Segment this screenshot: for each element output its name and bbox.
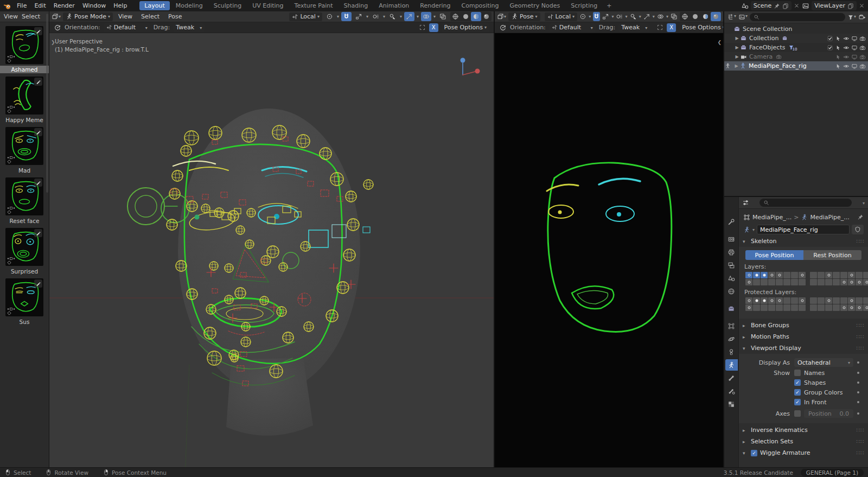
- checkbox-shapes[interactable]: ✓: [794, 379, 801, 386]
- camera-toggle-icon[interactable]: [859, 54, 866, 60]
- layer-toggle[interactable]: [840, 304, 847, 311]
- layer-toggle[interactable]: [761, 304, 768, 311]
- viewport-main[interactable]: ▾ Pose Mode▾ ViewSelectPose Local▾ ▾ ▾ ▾…: [49, 11, 494, 467]
- pose-thumbnail[interactable]: [5, 77, 43, 115]
- shading-material-button[interactable]: [700, 12, 711, 21]
- pose-asset-item[interactable]: Happy Meme: [0, 77, 49, 124]
- expand-arrow[interactable]: ▶: [734, 54, 740, 59]
- shading-rendered-button[interactable]: [711, 12, 721, 21]
- sidebar-expand-icon[interactable]: ❮: [717, 40, 722, 45]
- layer-toggle[interactable]: [799, 279, 806, 285]
- layer-toggle[interactable]: [818, 279, 825, 285]
- layer-toggle[interactable]: [848, 297, 855, 304]
- layer-toggle[interactable]: [753, 279, 760, 285]
- shading-solid-button[interactable]: [461, 12, 471, 21]
- gizmo-toggle[interactable]: [643, 12, 650, 21]
- datablock-name-field[interactable]: MediaPipe_Face_rig: [757, 225, 850, 234]
- properties-tab-view-layer[interactable]: [725, 259, 738, 271]
- layer-toggle[interactable]: [783, 297, 790, 304]
- shading-wireframe-button[interactable]: [680, 12, 690, 21]
- new-collection-button[interactable]: [858, 14, 865, 21]
- cursor-toggle-icon[interactable]: [835, 54, 841, 60]
- drag-value-dropdown[interactable]: Tweak▾: [618, 23, 650, 32]
- pivot-dropdown[interactable]: [324, 12, 335, 21]
- layer-toggle[interactable]: [825, 297, 832, 304]
- menu-view[interactable]: View: [2, 12, 20, 21]
- layer-toggle[interactable]: [863, 297, 868, 304]
- layer-toggle[interactable]: [810, 279, 817, 285]
- close-icon[interactable]: [859, 3, 865, 9]
- layer-toggle[interactable]: [833, 304, 840, 311]
- properties-tab-output[interactable]: [725, 246, 738, 258]
- visibility-toggle[interactable]: [387, 12, 398, 21]
- edit-pose-icon[interactable]: [34, 27, 42, 35]
- cursor-toggle-icon[interactable]: [835, 35, 841, 42]
- shading-wireframe-button[interactable]: [450, 12, 461, 21]
- outliner-row-mediapipe-face-rig[interactable]: ▶ MediaPipe_Face_rig: [724, 61, 868, 71]
- panel-bone-groups[interactable]: ▸Bone Groups∷∷: [739, 320, 868, 331]
- eye-toggle-icon[interactable]: [843, 44, 850, 51]
- viewlayer-selector[interactable]: ViewLayer: [812, 1, 857, 10]
- proportional-edit-dropdown[interactable]: [616, 12, 623, 21]
- workspace-tab-scripting[interactable]: Scripting: [566, 1, 602, 10]
- outliner-row-collection[interactable]: ▶ Collection: [724, 34, 868, 43]
- pose-thumbnail[interactable]: [5, 228, 43, 266]
- display-mode-dropdown[interactable]: ▾: [738, 14, 748, 21]
- active-tool-icon[interactable]: [499, 24, 507, 31]
- layer-toggle[interactable]: [833, 297, 840, 304]
- snap-toggle[interactable]: [341, 12, 352, 21]
- layer-toggle[interactable]: [799, 297, 806, 304]
- breadcrumb-data[interactable]: MediaPipe_...: [810, 214, 849, 221]
- orientation-value-dropdown[interactable]: Default▾: [104, 23, 150, 32]
- layer-toggle[interactable]: [768, 279, 775, 285]
- active-tool-icon[interactable]: [54, 24, 61, 31]
- cursor-toggle-icon[interactable]: [835, 63, 841, 69]
- visibility-toggle[interactable]: [630, 12, 637, 21]
- fake-user-shield-button[interactable]: [852, 225, 864, 234]
- menu-window[interactable]: Window: [79, 1, 110, 10]
- layer-toggle[interactable]: [745, 279, 752, 285]
- layer-toggle[interactable]: [791, 279, 798, 285]
- layer-toggle[interactable]: [776, 279, 783, 285]
- edit-pose-icon[interactable]: [34, 179, 42, 187]
- layer-toggle[interactable]: [818, 297, 825, 304]
- gizmo-toggle[interactable]: [404, 12, 414, 21]
- cursor-toggle-icon[interactable]: [835, 44, 841, 51]
- layer-toggle[interactable]: [863, 304, 868, 311]
- outliner-row-camera[interactable]: ▶ Camera: [724, 52, 868, 61]
- wiggle-armature-checkbox[interactable]: ✓: [751, 450, 757, 456]
- menu-help[interactable]: Help: [110, 1, 131, 10]
- layer-toggle[interactable]: [783, 272, 790, 278]
- layer-toggle[interactable]: [791, 272, 798, 278]
- edit-pose-icon[interactable]: [34, 229, 42, 237]
- screen-toggle-icon[interactable]: [851, 63, 858, 69]
- layer-toggle[interactable]: [856, 304, 863, 311]
- axes-position-field[interactable]: Position 0.0: [804, 409, 853, 418]
- workspace-tab-sculpting[interactable]: Sculpting: [209, 1, 246, 10]
- layer-toggle[interactable]: [848, 304, 855, 311]
- layer-toggle[interactable]: [863, 272, 868, 278]
- layer-toggle[interactable]: [825, 272, 832, 278]
- expand-arrow[interactable]: ▶: [734, 45, 740, 50]
- panel-motion-paths[interactable]: ▸Motion Paths∷∷: [739, 331, 868, 342]
- layer-toggle[interactable]: [818, 272, 825, 278]
- layer-toggle[interactable]: [848, 272, 855, 278]
- axes-checkbox[interactable]: [794, 410, 801, 417]
- pose-asset-item[interactable]: Mad: [0, 127, 49, 174]
- layer-toggle[interactable]: [768, 297, 775, 304]
- camera-toggle-icon[interactable]: [859, 63, 866, 69]
- panel-wiggle-armature[interactable]: ▾ ✓ Wiggle Armature ∷∷: [739, 447, 868, 459]
- eye-toggle-icon[interactable]: [843, 63, 850, 69]
- layer-toggle[interactable]: [791, 297, 798, 304]
- close-icon[interactable]: [794, 3, 800, 9]
- proportional-edit-dropdown[interactable]: [371, 12, 381, 21]
- chevron-down-icon[interactable]: ▾: [863, 199, 865, 206]
- properties-tab-render[interactable]: [725, 233, 738, 245]
- layer-toggle[interactable]: [776, 297, 783, 304]
- properties-tab-bone-constraint[interactable]: [725, 385, 738, 397]
- layer-toggle[interactable]: [856, 279, 863, 285]
- layer-toggle[interactable]: [810, 272, 817, 278]
- pose-asset-item[interactable]: Ashamed: [0, 26, 49, 73]
- checkbox-names[interactable]: [794, 370, 801, 376]
- panel-skeleton[interactable]: ▾ Skeleton ∷∷: [739, 236, 868, 247]
